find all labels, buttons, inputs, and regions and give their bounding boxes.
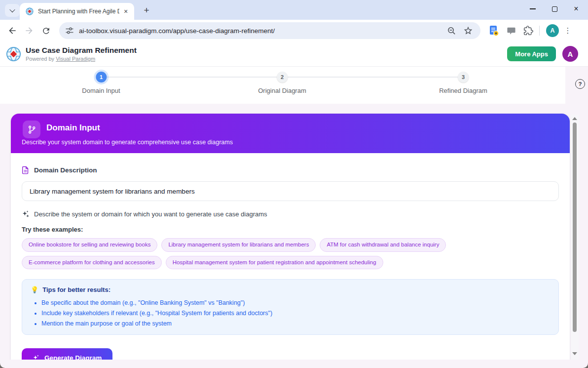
comment-extension-button[interactable]	[504, 23, 518, 39]
site-info-icon[interactable]	[65, 26, 74, 35]
docs-extension-button[interactable]	[486, 23, 501, 39]
url-text: ai-toolbox.visual-paradigm.com/app/use-c…	[79, 27, 445, 35]
tip-item: Mention the main purpose or goal of the …	[41, 319, 550, 329]
step-domain-input[interactable]: 1 Domain Input	[82, 72, 120, 94]
zoom-indicator-button[interactable]	[445, 24, 458, 37]
back-button[interactable]	[4, 22, 21, 39]
help-button[interactable]: ?	[575, 79, 585, 89]
powered-by: Powered by Visual Paradigm	[26, 56, 137, 62]
sparkle-icon	[33, 354, 40, 360]
close-window-button[interactable]: ×	[565, 0, 587, 18]
new-tab-button[interactable]: +	[140, 4, 153, 17]
example-chip-library[interactable]: Library management system for librarians…	[161, 238, 316, 252]
page-title: Use Case Diagram Refinement	[26, 46, 137, 55]
scrollbar-thumb[interactable]	[573, 123, 577, 332]
forward-arrow-icon	[24, 26, 34, 36]
scrollbar[interactable]	[571, 115, 579, 360]
chevron-down-icon	[9, 7, 15, 12]
step-original-diagram[interactable]: 2 Original Diagram	[258, 72, 306, 94]
browser-tab[interactable]: Start Planning with Free Agile D ×	[20, 3, 134, 20]
forward-button[interactable]	[21, 22, 37, 39]
step-label: Domain Input	[82, 87, 120, 94]
domain-input[interactable]	[22, 181, 559, 201]
card-subtitle: Describe your system domain to generate …	[22, 139, 233, 146]
example-chip-ecommerce[interactable]: E-commerce platform for clothing and acc…	[22, 256, 162, 270]
lightbulb-icon: 💡	[31, 286, 38, 293]
example-chip-atm[interactable]: ATM for cash withdrawal and balance inqu…	[320, 238, 446, 252]
step-number-badge: 3	[458, 72, 469, 82]
maximize-button[interactable]	[544, 0, 565, 18]
domain-input-card: Domain Input Describe your system domain…	[11, 114, 570, 360]
puzzle-piece-icon	[523, 26, 533, 36]
scroll-down-icon[interactable]	[572, 352, 577, 355]
tab-title: Start Planning with Free Agile D	[38, 8, 119, 15]
minimize-icon	[530, 8, 536, 9]
example-chip-hospital[interactable]: Hospital management system for patient r…	[166, 256, 383, 270]
maximize-icon	[552, 6, 557, 12]
bookmark-button[interactable]	[462, 24, 475, 37]
browser-toolbar: ai-toolbox.visual-paradigm.com/app/use-c…	[0, 20, 588, 41]
zoom-out-icon	[447, 26, 456, 36]
scroll-up-icon[interactable]	[572, 117, 577, 120]
examples-label: Try these examples:	[22, 226, 559, 233]
step-number-badge: 1	[96, 72, 107, 82]
tips-list: Be specific about the domain (e.g., "Onl…	[31, 298, 550, 329]
toolbar-divider	[539, 26, 540, 36]
reload-button[interactable]	[37, 22, 54, 39]
back-arrow-icon	[7, 26, 17, 36]
visual-paradigm-logo-icon	[6, 46, 21, 62]
browser-menu-button[interactable]: ⋮	[562, 23, 574, 39]
example-chips: Online bookstore for selling and reviewi…	[22, 238, 559, 269]
url-bar[interactable]: ai-toolbox.visual-paradigm.com/app/use-c…	[59, 22, 480, 39]
example-chip-bookstore[interactable]: Online bookstore for selling and reviewi…	[22, 238, 157, 252]
generate-diagram-label: Generate Diagram	[44, 354, 102, 360]
tips-box: 💡 Tips for better results: Be specific a…	[22, 279, 559, 335]
step-connector	[288, 77, 458, 78]
branch-icon	[23, 121, 40, 138]
extensions-button[interactable]	[521, 23, 536, 39]
input-hint: Describe the system or domain for which …	[22, 209, 559, 218]
speech-bubble-icon	[507, 26, 516, 36]
sparkles-icon	[22, 210, 30, 218]
step-label: Original Diagram	[258, 87, 306, 94]
site-favicon-icon	[26, 7, 34, 15]
tab-strip: Start Planning with Free Agile D × + ×	[0, 0, 588, 20]
app-header: Use Case Diagram Refinement Powered by V…	[0, 41, 588, 67]
close-icon: ×	[574, 5, 578, 13]
card-body: Domain Description Describe the system o…	[11, 153, 570, 360]
star-icon	[463, 26, 473, 36]
domain-description-label: Domain Description	[22, 165, 559, 175]
browser-window: Start Planning with Free Agile D × + × a…	[0, 0, 588, 368]
reload-icon	[41, 26, 51, 36]
user-avatar[interactable]: A	[562, 46, 578, 62]
tip-item: Be specific about the domain (e.g., "Onl…	[41, 298, 550, 308]
document-download-icon	[488, 25, 499, 37]
browser-profile-avatar[interactable]: A	[546, 24, 559, 37]
scroll-area: Domain Input Describe your system domain…	[0, 104, 588, 360]
domain-description-text: Domain Description	[34, 166, 97, 174]
stepper: 1 Domain Input 2 Original Diagram 3 Refi…	[0, 67, 565, 104]
more-apps-button[interactable]: More Apps	[507, 46, 556, 61]
card-title: Domain Input	[46, 123, 100, 133]
powered-by-prefix: Powered by	[26, 56, 54, 62]
minimize-button[interactable]	[522, 0, 544, 18]
hint-text: Describe the system or domain for which …	[34, 210, 267, 218]
step-number-badge: 2	[277, 72, 288, 82]
generate-diagram-button[interactable]: Generate Diagram	[22, 348, 112, 360]
tab-close-icon[interactable]: ×	[121, 7, 130, 16]
tip-item: Include key stakeholders if relevant (e.…	[41, 308, 550, 319]
step-refined-diagram[interactable]: 3 Refined Diagram	[439, 72, 487, 94]
step-connector	[107, 77, 277, 78]
window-controls: ×	[522, 0, 587, 18]
tab-search-button[interactable]	[5, 4, 20, 17]
visual-paradigm-link[interactable]: Visual Paradigm	[56, 56, 95, 62]
document-icon	[22, 166, 29, 174]
tips-title: 💡 Tips for better results:	[31, 285, 550, 294]
card-header: Domain Input Describe your system domain…	[11, 114, 570, 153]
step-label: Refined Diagram	[439, 87, 487, 94]
tips-title-text: Tips for better results:	[42, 286, 110, 293]
